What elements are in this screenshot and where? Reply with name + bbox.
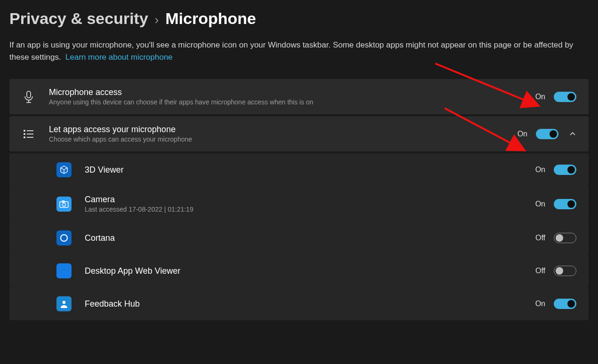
app-row[interactable]: CortanaOff [9,222,589,254]
microphone-icon [22,90,36,104]
microphone-access-title: Microphone access [49,87,531,97]
microphone-access-row[interactable]: Microphone access Anyone using this devi… [9,79,589,114]
app-name: Desktop App Web Viewer [85,266,531,276]
app-icon [56,263,72,278]
svg-point-12 [61,235,67,241]
svg-point-13 [63,301,65,304]
intro-text: If an app is using your microphone, you'… [9,39,589,63]
app-icon [56,197,72,212]
app-status: On [531,166,545,174]
breadcrumb-parent[interactable]: Privacy & security [9,9,148,28]
let-apps-subtitle: Choose which apps can access your microp… [49,135,513,143]
app-name: 3D Viewer [85,165,531,175]
let-apps-status: On [513,130,527,138]
list-icon [22,127,36,141]
learn-more-link[interactable]: Learn more about microphone [65,53,173,62]
app-status: On [531,300,545,308]
let-apps-title: Let apps access your microphone [49,125,513,135]
app-icon [56,230,72,245]
app-status: On [531,200,545,208]
let-apps-toggle[interactable] [536,129,558,139]
svg-point-5 [24,133,25,134]
app-status: Off [531,267,545,275]
chevron-up-icon[interactable] [569,130,576,138]
breadcrumb-current: Microphone [166,9,256,28]
app-row[interactable]: 3D ViewerOn [9,153,589,186]
microphone-access-status: On [531,93,545,101]
microphone-access-toggle[interactable] [554,92,576,102]
chevron-right-icon: › [155,13,159,27]
settings-list: Microphone access Anyone using this devi… [9,79,589,320]
svg-point-7 [24,136,25,137]
app-row[interactable]: Desktop App Web ViewerOff [9,254,589,287]
svg-rect-9 [60,202,68,207]
app-toggle[interactable] [554,199,576,209]
app-toggle[interactable] [554,299,576,309]
svg-point-3 [24,130,25,131]
breadcrumb: Privacy & security › Microphone [9,9,589,28]
app-icon [56,162,72,177]
let-apps-row[interactable]: Let apps access your microphone Choose w… [9,116,589,151]
app-name: Cortana [85,233,531,243]
svg-rect-0 [27,91,31,98]
app-toggle[interactable] [554,165,576,175]
app-row[interactable]: CameraLast accessed 17-08-2022 | 01:21:1… [9,186,589,222]
svg-point-10 [63,203,66,206]
app-toggle[interactable] [554,233,576,243]
app-name: Feedback Hub [85,299,531,309]
app-subtitle: Last accessed 17-08-2022 | 01:21:19 [85,206,531,213]
app-status: Off [531,234,545,242]
app-row[interactable]: Feedback HubOn [9,287,589,320]
app-name: Camera [85,195,531,205]
microphone-access-subtitle: Anyone using this device can choose if t… [49,98,531,106]
app-icon [56,296,72,311]
app-toggle[interactable] [554,266,576,276]
